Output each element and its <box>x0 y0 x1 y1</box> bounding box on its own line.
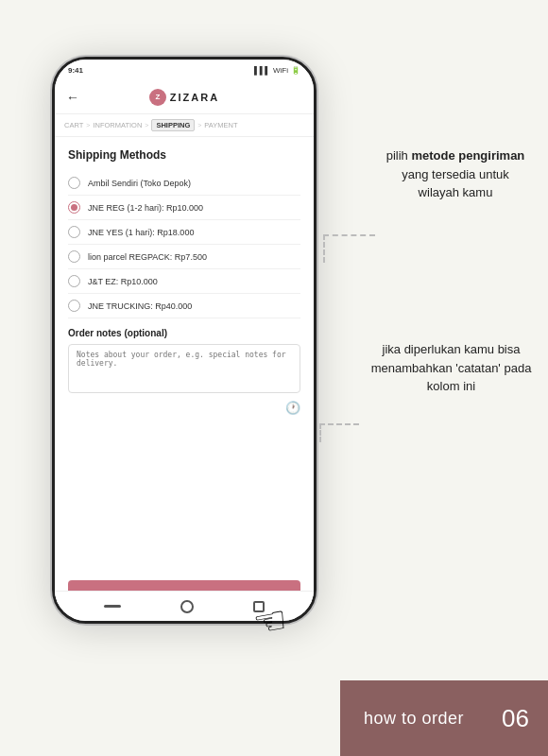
dashed-line-bottom-right <box>319 423 359 425</box>
shipping-label-3: JNE YES (1 hari): Rp18.000 <box>88 228 194 237</box>
order-notes-label: Order notes (optional) <box>68 328 300 338</box>
radio-lion[interactable] <box>68 250 80 263</box>
shipping-option-1[interactable]: Ambil Sendiri (Toko Depok) <box>68 171 300 196</box>
logo-area: Z ZIZARA <box>149 89 219 106</box>
shipping-option-2[interactable]: JNE REG (1-2 hari): Rp10.000 <box>68 196 300 220</box>
shipping-option-6[interactable]: JNE TRUCKING: Rp40.000 <box>68 294 300 318</box>
order-notes-section: Order notes (optional) 🕐 <box>68 328 300 415</box>
breadcrumb-cart: CART <box>64 121 83 129</box>
clock-icon: 🕐 <box>285 401 300 415</box>
back-button[interactable]: ← <box>66 90 79 105</box>
phone-content: Shipping Methods Ambil Sendiri (Toko Dep… <box>55 137 314 604</box>
breadcrumb-shipping: SHIPPING <box>151 119 195 131</box>
shipping-label-4: lion parcel REGPACK: Rp7.500 <box>88 252 207 262</box>
shipping-section-title: Shipping Methods <box>68 148 300 162</box>
shipping-option-3[interactable]: JNE YES (1 hari): Rp18.000 <box>68 220 300 245</box>
status-icons: ▌▌▌ WiFi 🔋 <box>254 66 300 75</box>
page-number: 06 <box>502 704 529 733</box>
battery-icon: 🔋 <box>291 66 300 75</box>
shipping-label-5: J&T EZ: Rp10.000 <box>88 277 158 286</box>
notes-bottom: 🕐 <box>68 401 300 415</box>
how-to-label: how to order <box>364 709 464 729</box>
breadcrumb-sep-3: > <box>197 122 201 129</box>
radio-inner-jne-reg <box>71 204 77 211</box>
shipping-option-5[interactable]: J&T EZ: Rp10.000 <box>68 269 300 294</box>
breadcrumb-payment: PAYMENT <box>204 121 237 129</box>
dashed-line-top-right-vert <box>323 234 325 263</box>
dashed-line-bottom-right-vert <box>319 423 321 442</box>
nav-menu-icon <box>104 605 121 608</box>
radio-jne-yes[interactable] <box>68 226 80 238</box>
shipping-option-4[interactable]: lion parcel REGPACK: Rp7.500 <box>68 245 300 269</box>
breadcrumb-sep-2: > <box>145 122 148 129</box>
shipping-label-1: Ambil Sendiri (Toko Depok) <box>88 179 191 188</box>
radio-ambil[interactable] <box>68 177 80 189</box>
order-notes-input[interactable] <box>68 344 300 393</box>
phone-mockup: 9:41 ▌▌▌ WiFi 🔋 ← Z ZIZARA CART > INFORM… <box>52 57 317 624</box>
wifi-icon: WiFi <box>273 66 288 75</box>
annotation-bottom-right: jika diperlukan kamu bisa menambahkan 'c… <box>364 340 539 396</box>
page-wrapper: 9:41 ▌▌▌ WiFi 🔋 ← Z ZIZARA CART > INFORM… <box>0 0 548 756</box>
breadcrumb-information: INFORMATION <box>93 121 142 129</box>
annotation-top-right: pilih metode pengiriman yang tersedia un… <box>380 146 531 202</box>
breadcrumb-sep-1: > <box>86 122 90 129</box>
radio-jt[interactable] <box>68 275 80 287</box>
hand-cursor-icon: ☞ <box>249 596 290 645</box>
dashed-line-top-right <box>323 234 375 236</box>
radio-jne-reg[interactable] <box>68 201 80 214</box>
signal-icon: ▌▌▌ <box>254 66 270 75</box>
radio-jne-trucking[interactable] <box>68 300 80 312</box>
breadcrumb: CART > INFORMATION > SHIPPING > PAYMENT <box>55 114 314 137</box>
footer-bar: how to order 06 <box>340 680 548 756</box>
status-bar: 9:41 ▌▌▌ WiFi 🔋 <box>55 60 314 80</box>
logo-text: ZIZARA <box>170 92 219 103</box>
app-header: ← Z ZIZARA <box>55 80 314 114</box>
shipping-label-2: JNE REG (1-2 hari): Rp10.000 <box>88 203 203 213</box>
logo-icon: Z <box>149 89 166 106</box>
shipping-label-6: JNE TRUCKING: Rp40.000 <box>88 301 192 311</box>
nav-home-icon <box>180 600 194 613</box>
status-time: 9:41 <box>68 66 83 75</box>
